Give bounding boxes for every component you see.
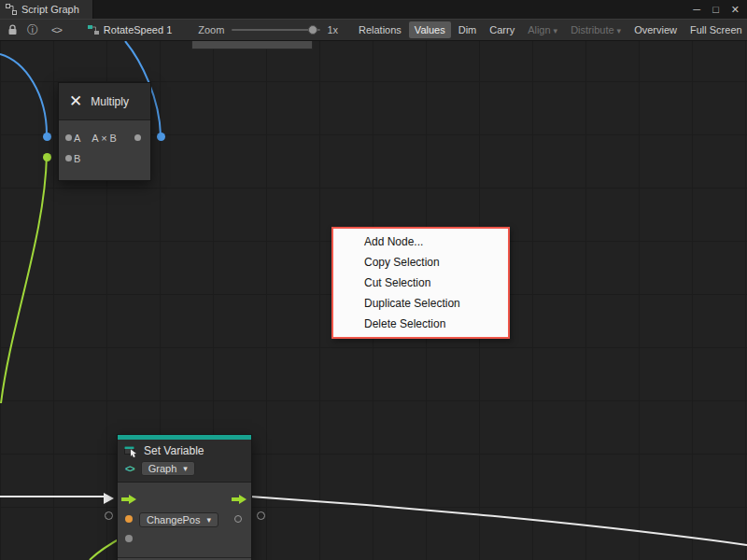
port-connection-blue-out[interactable] <box>157 133 165 141</box>
input-port-b[interactable] <box>65 155 72 161</box>
wire-blue-input-a[interactable] <box>0 54 47 134</box>
value-port-ring-left[interactable] <box>105 511 113 520</box>
input-port-a[interactable] <box>65 134 72 141</box>
chevron-down-icon: ▾ <box>617 26 622 35</box>
port-connection-green-b[interactable] <box>43 153 51 161</box>
node-set-variable-body: ChangePos ▾ <box>118 483 251 557</box>
value-port-ring-right[interactable] <box>257 511 265 520</box>
menu-item-cut-selection[interactable]: Cut Selection <box>333 273 508 293</box>
node-set-variable-title: Set Variable <box>144 444 204 457</box>
variable-value-row: ChangePos ▾ <box>118 510 251 529</box>
chevron-down-icon: ▾ <box>207 515 212 525</box>
zoom-slider[interactable] <box>232 24 320 35</box>
graph-reference-icon <box>88 24 99 35</box>
wire-green-input-b[interactable] <box>1 155 47 403</box>
multiply-row-a: A A × B <box>59 128 150 148</box>
variable-scope-dropdown[interactable]: Graph ▾ <box>141 461 195 476</box>
maximize-icon[interactable]: □ <box>712 4 719 15</box>
menu-item-add-node[interactable]: Add Node... <box>333 231 508 252</box>
output-port-axb[interactable] <box>134 134 141 141</box>
relations-button[interactable]: Relations <box>353 21 407 38</box>
multiply-icon: ✕ <box>69 93 82 109</box>
node-set-variable-header[interactable]: Set Variable <> Graph ▾ <box>118 440 251 483</box>
titlebar: Script Graph ─ □ ✕ <box>0 0 747 19</box>
node-multiply-body: A A × B B <box>59 120 150 180</box>
menu-item-copy-selection[interactable]: Copy Selection <box>333 252 508 273</box>
minimize-icon[interactable]: ─ <box>693 4 700 15</box>
code-toggle-button[interactable]: <> <box>51 24 62 35</box>
window-controls: ─ □ ✕ <box>693 0 740 19</box>
set-variable-icon <box>124 445 138 457</box>
flow-port-row <box>118 490 251 510</box>
zoom-value: 1x <box>327 24 338 35</box>
value-output-port[interactable] <box>234 515 242 523</box>
close-icon[interactable]: ✕ <box>731 4 740 16</box>
zoom-slider-handle[interactable] <box>308 25 317 35</box>
graph-toolbar: ⓘ <> RotateSpeed 1 Zoom 1x Relations Val… <box>0 19 747 41</box>
port-a-label: A <box>74 133 80 144</box>
wire-white-flow-out[interactable] <box>250 497 747 545</box>
graph-reference-label[interactable]: RotateSpeed 1 <box>104 24 172 35</box>
menu-item-duplicate-selection[interactable]: Duplicate Selection <box>333 293 508 314</box>
context-menu: Add Node... Copy Selection Cut Selection… <box>331 227 510 339</box>
full-screen-button[interactable]: Full Screen <box>684 21 747 38</box>
chevron-down-icon: ▾ <box>554 26 558 35</box>
extra-port-row <box>118 529 251 549</box>
zoom-slider-track[interactable] <box>232 29 320 31</box>
script-graph-icon <box>6 4 17 15</box>
node-multiply-title: Multiply <box>91 95 129 108</box>
canvas-top-overlay <box>191 41 313 49</box>
node-set-variable[interactable]: Set Variable <> Graph ▾ <box>117 434 252 560</box>
value-input-port-orange[interactable] <box>125 515 133 523</box>
menu-item-delete-selection[interactable]: Delete Selection <box>333 314 508 334</box>
script-graph-window: Script Graph ─ □ ✕ ⓘ <> RotateSpeed 1 Zo… <box>0 0 747 560</box>
distribute-button: Distribute▾ <box>565 21 627 38</box>
port-b-label: B <box>74 153 80 164</box>
node-multiply[interactable]: ✕ Multiply A A × B B <box>58 82 151 181</box>
carry-button[interactable]: Carry <box>484 21 520 38</box>
variable-name-dropdown[interactable]: ChangePos ▾ <box>139 512 218 527</box>
tab-title: Script Graph <box>21 4 79 15</box>
graph-canvas[interactable]: ✕ Multiply A A × B B <box>0 41 747 560</box>
values-button[interactable]: Values <box>409 21 451 38</box>
tab-script-graph[interactable]: Script Graph <box>0 0 93 19</box>
dim-button[interactable]: Dim <box>453 21 483 38</box>
chevron-down-icon: ▾ <box>183 464 188 473</box>
info-icon[interactable]: ⓘ <box>27 22 38 38</box>
flow-input-arrow-icon[interactable] <box>121 494 137 507</box>
flow-output-arrow-icon[interactable] <box>232 494 247 507</box>
zoom-label: Zoom <box>198 24 224 35</box>
node-multiply-header[interactable]: ✕ Multiply <box>59 83 150 120</box>
variables-icon: <> <box>125 464 134 474</box>
multiply-row-b: B <box>59 148 150 169</box>
port-connection-blue-a[interactable] <box>43 133 51 141</box>
lock-icon[interactable] <box>7 24 18 35</box>
flow-arrow-white-icon[interactable] <box>104 491 114 508</box>
align-button: Align▾ <box>522 21 563 38</box>
port-output-label: A × B <box>92 133 117 144</box>
value-input-port-gray[interactable] <box>125 535 133 542</box>
overview-button[interactable]: Overview <box>628 21 683 38</box>
